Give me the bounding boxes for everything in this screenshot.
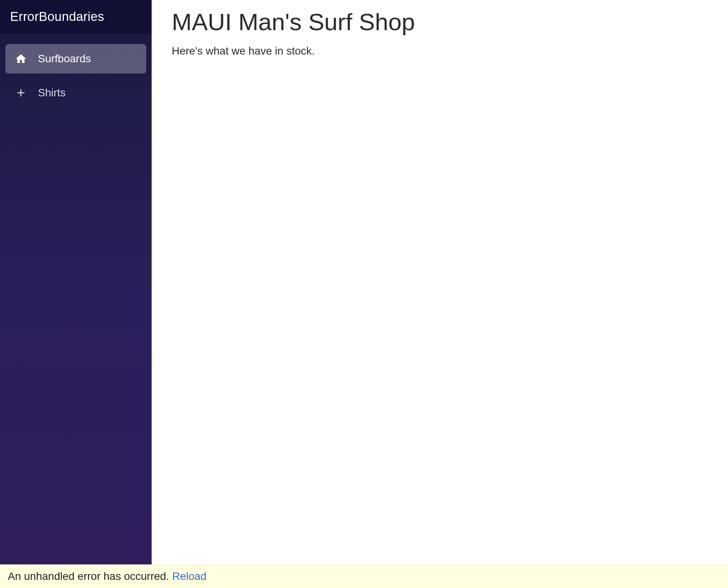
home-icon [15, 53, 27, 65]
sidebar-item-surfboards[interactable]: Surfboards [5, 44, 146, 74]
page-subtitle: Here's what we have in stock. [172, 45, 708, 57]
error-message: An unhandled error has occurred. [8, 570, 169, 583]
sidebar-header: ErrorBoundaries [0, 0, 152, 34]
plus-icon [15, 87, 27, 99]
reload-link[interactable]: Reload [172, 570, 207, 583]
sidebar-item-label: Shirts [38, 87, 66, 99]
page-title: MAUI Man's Surf Shop [172, 7, 708, 37]
app-title: ErrorBoundaries [10, 9, 142, 24]
sidebar-item-shirts[interactable]: Shirts [5, 78, 146, 108]
app-root: ErrorBoundaries Surfboards Shirts MAUI M… [0, 0, 728, 588]
sidebar: ErrorBoundaries Surfboards Shirts [0, 0, 152, 588]
sidebar-item-label: Surfboards [38, 53, 91, 65]
error-bar: An unhandled error has occurred. Reload [0, 564, 728, 588]
sidebar-nav: Surfboards Shirts [0, 34, 152, 108]
main-content: MAUI Man's Surf Shop Here's what we have… [152, 0, 728, 588]
